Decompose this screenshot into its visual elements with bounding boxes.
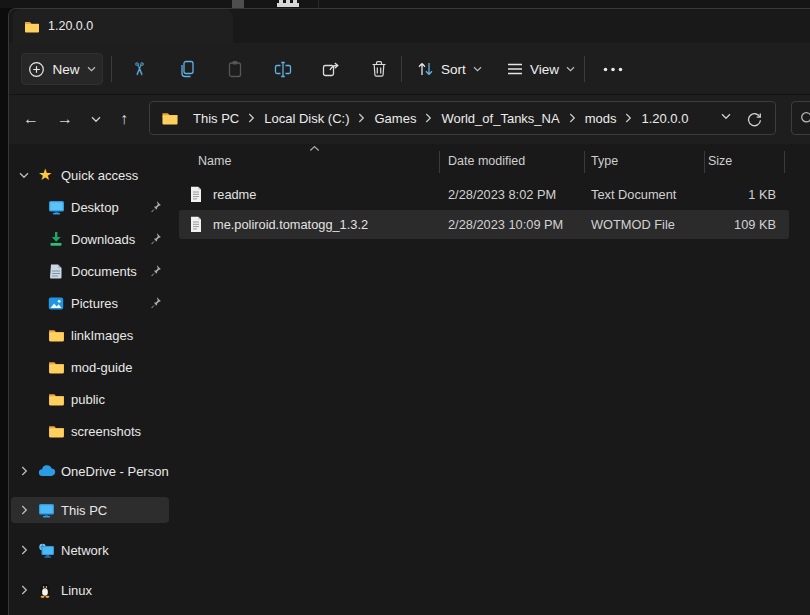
address-dropdown-chevron-icon[interactable] xyxy=(721,113,731,120)
star-icon: ★ xyxy=(38,167,52,183)
file-row-tomatogg-mod[interactable]: me.poliroid.tomatogg_1.3.2 2/28/2023 10:… xyxy=(171,210,810,239)
toolbar-divider xyxy=(111,56,112,82)
new-button-label: New xyxy=(52,62,79,77)
search-input[interactable] xyxy=(791,101,810,135)
file-date-modified: 2/28/2023 10:09 PM xyxy=(448,217,563,232)
breadcrumb-world-of-tanks[interactable]: World_of_Tanks_NA xyxy=(435,108,565,129)
sidebar-item-this-pc[interactable]: This PC xyxy=(11,497,169,523)
share-button[interactable] xyxy=(311,51,351,87)
file-explorer-window: 1.20.0.0 New ✂ xyxy=(8,8,810,615)
copy-icon xyxy=(179,60,196,78)
tab-bar: 1.20.0.0 xyxy=(9,9,810,43)
forward-button[interactable]: → xyxy=(51,105,79,133)
recent-locations-button[interactable] xyxy=(82,105,110,133)
pin-icon xyxy=(149,232,162,245)
file-size: 109 KB xyxy=(651,217,776,232)
sidebar-item-desktop[interactable]: Desktop xyxy=(11,194,169,220)
pictures-icon xyxy=(48,296,64,311)
up-arrow-icon: ↑ xyxy=(120,110,128,128)
sidebar-item-label: linkImages xyxy=(71,328,133,343)
sidebar-item-pictures[interactable]: Pictures xyxy=(11,290,169,316)
address-bar[interactable]: This PC Local Disk (C:) Games World_of_T… xyxy=(149,101,776,135)
chevron-right-icon[interactable] xyxy=(17,585,31,595)
chevron-right-icon[interactable] xyxy=(17,505,31,515)
folder-icon xyxy=(48,328,65,342)
column-divider[interactable] xyxy=(439,151,440,173)
sidebar-item-linux[interactable]: Linux xyxy=(11,577,169,603)
paste-button[interactable] xyxy=(215,51,255,87)
delete-button[interactable] xyxy=(359,51,399,87)
chevron-right-icon[interactable] xyxy=(622,113,635,123)
view-button[interactable]: View xyxy=(497,53,585,85)
sidebar-item-label: Documents xyxy=(71,264,137,279)
sidebar-item-label: OneDrive - Personal xyxy=(61,464,169,479)
scissors-icon: ✂ xyxy=(128,61,150,76)
rename-button[interactable] xyxy=(263,51,303,87)
chevron-down-icon[interactable] xyxy=(17,172,31,179)
sidebar-item-label: Desktop xyxy=(71,200,119,215)
sidebar-item-screenshots[interactable]: screenshots xyxy=(11,418,169,444)
file-list: Name Date modified Type Size readme 2/28… xyxy=(171,144,810,615)
chevron-right-icon[interactable] xyxy=(566,113,579,123)
breadcrumb-local-disk[interactable]: Local Disk (C:) xyxy=(258,108,355,129)
sort-button-label: Sort xyxy=(441,62,466,77)
onedrive-icon xyxy=(38,465,56,477)
folder-icon xyxy=(48,360,65,374)
see-more-button[interactable] xyxy=(593,51,633,87)
sidebar-item-label: Linux xyxy=(61,583,92,598)
column-divider[interactable] xyxy=(704,151,705,173)
cut-button[interactable]: ✂ xyxy=(119,51,159,87)
back-button[interactable]: ← xyxy=(17,105,45,133)
pin-icon xyxy=(149,296,162,309)
copy-button[interactable] xyxy=(167,51,207,87)
column-header-name[interactable]: Name xyxy=(198,154,231,168)
search-icon xyxy=(800,111,810,126)
sort-ascending-icon xyxy=(309,145,320,152)
new-button[interactable]: New xyxy=(21,53,103,85)
explorer-tab[interactable]: 1.20.0.0 xyxy=(13,9,233,43)
sort-button[interactable]: Sort xyxy=(407,53,492,85)
navigation-pane: ★ Quick access Desktop Downloads xyxy=(9,144,171,615)
sidebar-item-documents[interactable]: Documents xyxy=(11,258,169,284)
breadcrumb-mods[interactable]: mods xyxy=(579,108,623,129)
column-header-type[interactable]: Type xyxy=(591,154,618,168)
column-header-date-modified[interactable]: Date modified xyxy=(448,154,525,168)
chevron-down-icon xyxy=(473,66,482,72)
sidebar-item-onedrive[interactable]: OneDrive - Personal xyxy=(11,458,169,484)
folder-icon xyxy=(24,20,40,33)
breadcrumb-current[interactable]: 1.20.0.0 xyxy=(635,108,694,129)
view-button-label: View xyxy=(530,62,559,77)
breadcrumb: This PC Local Disk (C:) Games World_of_T… xyxy=(187,108,694,129)
column-divider[interactable] xyxy=(784,151,785,173)
file-row-readme[interactable]: readme 2/28/2023 8:02 PM Text Document 1… xyxy=(171,180,810,209)
back-arrow-icon: ← xyxy=(23,110,39,128)
sidebar-item-label: Network xyxy=(61,543,109,558)
column-header-size[interactable]: Size xyxy=(708,154,732,168)
background-window-strip xyxy=(0,0,810,8)
sidebar-item-downloads[interactable]: Downloads xyxy=(11,226,169,252)
toolbar-divider xyxy=(401,56,402,82)
sidebar-item-quick-access[interactable]: ★ Quick access xyxy=(11,162,169,188)
chevron-down-icon xyxy=(91,116,101,123)
breadcrumb-this-pc[interactable]: This PC xyxy=(187,108,245,129)
pin-icon xyxy=(149,200,162,213)
chevron-right-icon[interactable] xyxy=(355,113,368,123)
folder-icon xyxy=(161,111,179,125)
chevron-right-icon[interactable] xyxy=(17,466,31,476)
sidebar-item-public[interactable]: public xyxy=(11,386,169,412)
chevron-right-icon[interactable] xyxy=(422,113,435,123)
chevron-right-icon[interactable] xyxy=(245,113,258,123)
up-button[interactable]: ↑ xyxy=(110,105,138,133)
sidebar-item-label: Pictures xyxy=(71,296,118,311)
paste-icon xyxy=(227,60,243,78)
sidebar-item-label: This PC xyxy=(61,503,107,518)
sidebar-item-network[interactable]: Network xyxy=(11,537,169,563)
desktop-icon xyxy=(48,200,65,215)
sidebar-item-mod-guide[interactable]: mod-guide xyxy=(11,354,169,380)
breadcrumb-games[interactable]: Games xyxy=(368,108,422,129)
sidebar-item-linkimages[interactable]: linkImages xyxy=(11,322,169,348)
chevron-right-icon[interactable] xyxy=(17,545,31,555)
column-divider[interactable] xyxy=(584,151,585,173)
refresh-button[interactable] xyxy=(741,108,767,130)
file-date-modified: 2/28/2023 8:02 PM xyxy=(448,187,556,202)
